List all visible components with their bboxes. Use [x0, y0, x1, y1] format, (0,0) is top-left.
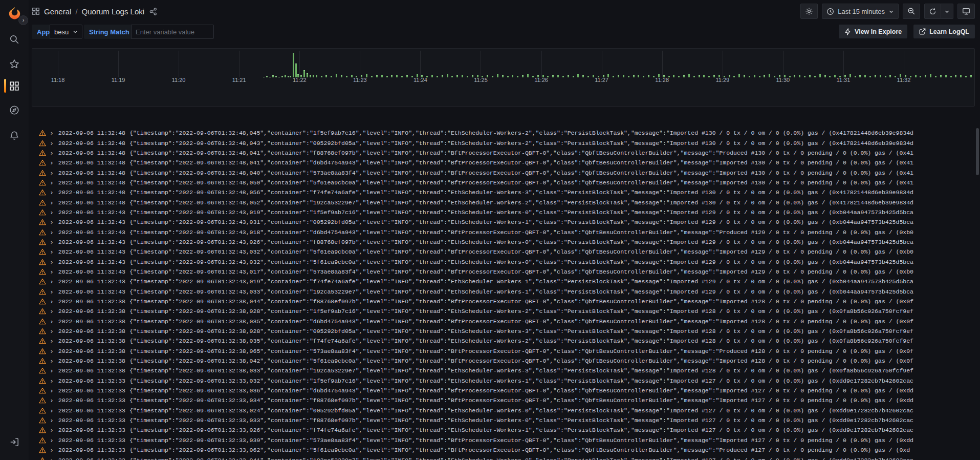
- log-expand-chevron-icon[interactable]: ›: [50, 377, 54, 385]
- log-expand-chevron-icon[interactable]: ›: [50, 169, 54, 177]
- log-row[interactable]: ›2022-09-06 11:32:43{"timestamp":"2022-0…: [32, 207, 975, 217]
- log-volume-histogram-panel[interactable]: 11:1811:1911:2011:2111:2211:2311:2411:25…: [32, 48, 975, 107]
- sidebar-item-starred[interactable]: [0, 56, 29, 72]
- log-expand-chevron-icon[interactable]: ›: [50, 318, 54, 325]
- zoom-out-button[interactable]: [903, 4, 920, 19]
- log-row[interactable]: ›2022-09-06 11:32:48{"timestamp":"2022-0…: [32, 178, 975, 187]
- log-row[interactable]: ›2022-09-06 11:32:38{"timestamp":"2022-0…: [32, 306, 975, 316]
- scrollbar-thumb[interactable]: [976, 128, 979, 175]
- log-expand-chevron-icon[interactable]: ›: [50, 248, 54, 256]
- log-row[interactable]: ›2022-09-06 11:32:33{"timestamp":"2022-0…: [32, 445, 975, 455]
- log-row[interactable]: ›2022-09-06 11:32:33{"timestamp":"2022-0…: [32, 406, 975, 415]
- time-range-picker[interactable]: Last 15 minutes: [822, 4, 899, 19]
- log-row[interactable]: ›2022-09-06 11:32:33{"timestamp":"2022-0…: [32, 386, 975, 395]
- log-row[interactable]: ›2022-09-06 11:32:43{"timestamp":"2022-0…: [32, 277, 975, 286]
- sidebar-item-explore[interactable]: [0, 102, 29, 118]
- log-expand-chevron-icon[interactable]: ›: [50, 268, 54, 276]
- kiosk-mode-button[interactable]: [957, 4, 975, 19]
- log-expand-chevron-icon[interactable]: ›: [50, 407, 54, 414]
- log-row[interactable]: ›2022-09-06 11:32:48{"timestamp":"2022-0…: [32, 128, 975, 138]
- sidebar-item-alerting[interactable]: [0, 128, 29, 143]
- breadcrumb-dashboard-title[interactable]: Quorum Logs Loki: [82, 7, 145, 16]
- log-expand-chevron-icon[interactable]: ›: [50, 258, 54, 266]
- histogram-plot-area[interactable]: 11:1811:1911:2011:2111:2211:2311:2411:25…: [32, 51, 974, 104]
- log-expand-chevron-icon[interactable]: ›: [50, 337, 54, 345]
- log-row[interactable]: ›2022-09-06 11:32:38{"timestamp":"2022-0…: [32, 336, 975, 346]
- log-row[interactable]: ›2022-09-06 11:32:38{"timestamp":"2022-0…: [32, 346, 975, 356]
- log-timestamp: 2022-09-06 11:32:43: [58, 288, 125, 295]
- log-row[interactable]: ›2022-09-06 11:32:33{"timestamp":"2022-0…: [32, 376, 975, 386]
- log-expand-chevron-icon[interactable]: ›: [50, 357, 54, 365]
- view-in-explore-button[interactable]: View In Explore: [839, 25, 907, 38]
- warning-triangle-icon: [39, 170, 46, 176]
- log-row[interactable]: ›2022-09-06 11:32:43{"timestamp":"2022-0…: [32, 287, 975, 297]
- log-expand-chevron-icon[interactable]: ›: [50, 426, 54, 434]
- sidebar-item-sign-in[interactable]: [0, 434, 29, 450]
- log-expand-chevron-icon[interactable]: ›: [50, 436, 54, 444]
- log-row[interactable]: ›2022-09-06 11:32:38{"timestamp":"2022-0…: [32, 356, 975, 366]
- log-row[interactable]: ›2022-09-06 11:32:33{"timestamp":"2022-0…: [32, 415, 975, 425]
- log-row[interactable]: ›2022-09-06 11:32:38{"timestamp":"2022-0…: [32, 366, 975, 375]
- x-axis-tick-label: 11:19: [112, 77, 125, 83]
- log-row[interactable]: ›2022-09-06 11:32:33{"timestamp":"2022-0…: [32, 435, 975, 445]
- log-row[interactable]: ›2022-09-06 11:32:38{"timestamp":"2022-0…: [32, 297, 975, 306]
- log-row[interactable]: ›2022-09-06 11:32:48{"timestamp":"2022-0…: [32, 197, 975, 207]
- variable-app-select[interactable]: besu: [50, 25, 82, 39]
- x-gridline: [904, 51, 904, 77]
- log-expand-chevron-icon[interactable]: ›: [50, 149, 54, 157]
- log-row[interactable]: ›2022-09-06 11:32:38{"timestamp":"2022-0…: [32, 326, 975, 336]
- log-expand-chevron-icon[interactable]: ›: [50, 129, 54, 137]
- histogram-bar: [346, 76, 347, 77]
- learn-logql-button[interactable]: Learn LogQL: [913, 25, 975, 38]
- log-row[interactable]: ›2022-09-06 11:32:43{"timestamp":"2022-0…: [32, 247, 975, 257]
- histogram-bar: [426, 76, 428, 77]
- log-expand-chevron-icon[interactable]: ›: [50, 327, 54, 335]
- log-row[interactable]: ›2022-09-06 11:32:43{"timestamp":"2022-0…: [32, 227, 975, 237]
- log-row[interactable]: ›2022-09-06 11:32:48{"timestamp":"2022-0…: [32, 168, 975, 177]
- breadcrumb-folder[interactable]: General: [44, 7, 71, 16]
- log-expand-chevron-icon[interactable]: ›: [50, 238, 54, 246]
- time-range-label: Last 15 minutes: [838, 8, 885, 15]
- sidebar-item-search[interactable]: [0, 32, 29, 47]
- log-expand-chevron-icon[interactable]: ›: [50, 159, 54, 166]
- log-expand-chevron-icon[interactable]: ›: [50, 288, 54, 296]
- log-expand-chevron-icon[interactable]: ›: [50, 396, 54, 404]
- log-row[interactable]: ›2022-09-06 11:32:43{"timestamp":"2022-0…: [32, 257, 975, 266]
- log-expand-chevron-icon[interactable]: ›: [50, 367, 54, 374]
- log-expand-chevron-icon[interactable]: ›: [50, 347, 54, 355]
- sidebar-expand-button[interactable]: ›: [18, 15, 28, 25]
- log-row[interactable]: ›2022-09-06 11:32:43{"timestamp":"2022-0…: [32, 267, 975, 277]
- log-expand-chevron-icon[interactable]: ›: [50, 218, 54, 226]
- log-expand-chevron-icon[interactable]: ›: [50, 189, 54, 196]
- log-row[interactable]: ›2022-09-06 11:32:43{"timestamp":"2022-0…: [32, 237, 975, 247]
- variable-string-match-input[interactable]: [131, 25, 214, 39]
- log-expand-chevron-icon[interactable]: ›: [50, 456, 54, 460]
- log-row[interactable]: ›2022-09-06 11:32:48{"timestamp":"2022-0…: [32, 148, 975, 158]
- x-gridline: [420, 51, 421, 77]
- share-icon[interactable]: [149, 8, 157, 15]
- refresh-button[interactable]: [924, 4, 941, 19]
- log-expand-chevron-icon[interactable]: ›: [50, 278, 54, 285]
- log-row[interactable]: ›2022-09-06 11:32:43{"timestamp":"2022-0…: [32, 217, 975, 227]
- sidebar-item-dashboards[interactable]: [0, 78, 29, 94]
- log-expand-chevron-icon[interactable]: ›: [50, 298, 54, 305]
- log-row[interactable]: ›2022-09-06 11:32:48{"timestamp":"2022-0…: [32, 158, 975, 168]
- log-row[interactable]: ›2022-09-06 11:32:33{"timestamp":"2022-0…: [32, 395, 975, 405]
- log-row[interactable]: ›2022-09-06 11:32:48{"timestamp":"2022-0…: [32, 187, 975, 197]
- log-expand-chevron-icon[interactable]: ›: [50, 139, 54, 147]
- log-expand-chevron-icon[interactable]: ›: [50, 446, 54, 454]
- refresh-interval-dropdown[interactable]: [941, 4, 953, 19]
- log-expand-chevron-icon[interactable]: ›: [50, 228, 54, 236]
- x-axis-tick-label: 11:30: [776, 77, 790, 83]
- log-expand-chevron-icon[interactable]: ›: [50, 208, 54, 216]
- log-expand-chevron-icon[interactable]: ›: [50, 179, 54, 186]
- dashboard-settings-button[interactable]: [800, 4, 818, 19]
- log-row[interactable]: ›2022-09-06 11:32:38{"timestamp":"2022-0…: [32, 317, 975, 326]
- log-expand-chevron-icon[interactable]: ›: [50, 199, 54, 206]
- log-row[interactable]: ›2022-09-06 11:32:33{"timestamp":"2022-0…: [32, 425, 975, 435]
- log-expand-chevron-icon[interactable]: ›: [50, 307, 54, 315]
- log-expand-chevron-icon[interactable]: ›: [50, 387, 54, 394]
- log-row[interactable]: ›2022-09-06 11:32:48{"timestamp":"2022-0…: [32, 138, 975, 148]
- log-row[interactable]: ›2022-09-06 11:32:33{"timestamp":"2022-0…: [32, 455, 975, 460]
- log-expand-chevron-icon[interactable]: ›: [50, 416, 54, 424]
